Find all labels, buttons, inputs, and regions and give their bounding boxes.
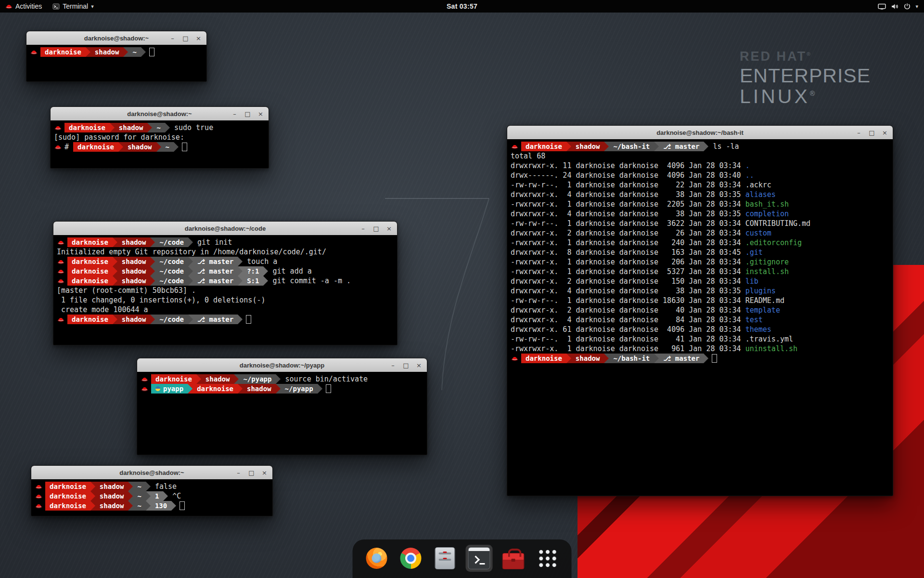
minimize-button[interactable]: – [389, 362, 397, 369]
prompt-segment: ~/code [155, 257, 188, 266]
close-button[interactable]: × [261, 469, 268, 476]
terminal-line: pyappdarknoiseshadow~/pyapp [141, 384, 424, 394]
terminal-text: drwxrwxr-x. 4 darknoise darknoise 38 Jan… [511, 210, 745, 218]
prompt-segment: darknoise [192, 384, 238, 394]
prompt-segment: ⎇ master [659, 354, 704, 363]
terminal-line: darknoiseshadow~1 ^C [35, 491, 269, 501]
powerline-arrow [163, 491, 168, 501]
powerline-arrow [150, 237, 155, 247]
clock[interactable]: Sat 03:57 [447, 2, 477, 10]
powerline-arrow [654, 354, 659, 363]
prompt-segment: shadow [123, 142, 156, 152]
prompt-segment: darknoise [67, 266, 113, 276]
dock-files[interactable] [432, 545, 459, 572]
terminal-text: sudo true [170, 123, 213, 132]
terminal-line: drwxrwxr-x. 61 darknoise darknoise 4096 … [511, 325, 889, 334]
prompt-segment: ~ [133, 482, 145, 491]
prompt-segment: darknoise [40, 47, 86, 57]
dock-firefox[interactable] [363, 545, 390, 572]
terminal-text: .ackrc [745, 181, 771, 189]
window-titlebar[interactable]: darknoise@shadow:~/bash-it – □ × [507, 126, 893, 140]
close-button[interactable]: × [195, 35, 202, 42]
brand-linux-text: LINUX [740, 85, 810, 107]
powerline-arrow [188, 266, 193, 276]
terminal-text: -rwxrwxr-x. 1 darknoise darknoise 961 Ja… [511, 344, 745, 353]
powerline-arrow [171, 501, 176, 511]
terminal-text: git commit -a -m . [268, 276, 351, 285]
terminal-line: -rwxrwxr-x. 1 darknoise darknoise 5327 J… [511, 267, 889, 276]
window-controls: – □ × [359, 222, 393, 235]
minimize-button[interactable]: – [359, 225, 367, 232]
system-menu[interactable]: ▾ [872, 0, 924, 13]
close-button[interactable]: × [257, 110, 264, 118]
prompt-segment: pyapp [151, 384, 188, 394]
prompt-segment: ~/pyapp [281, 384, 318, 394]
redhat-prompt-icon [57, 259, 64, 264]
window-controls: – □ × [855, 126, 888, 139]
terminal-text: uninstall.sh [745, 344, 797, 353]
terminal-text: -rw-rw-r--. 1 darknoise darknoise 3622 J… [511, 219, 745, 228]
minimize-button[interactable]: – [855, 129, 862, 136]
terminal-text: source bin/activate [281, 375, 368, 383]
terminal-cursor [182, 143, 187, 151]
maximize-button[interactable]: □ [868, 129, 875, 136]
close-button[interactable]: × [415, 362, 423, 369]
terminal-line: # darknoiseshadow~ [54, 142, 265, 152]
activities-button[interactable]: Activities [0, 0, 47, 13]
window-title: darknoise@shadow:~ [84, 35, 149, 42]
app-menu-terminal[interactable]: Terminal ▾ [47, 0, 99, 13]
prompt-segment: ~ [133, 491, 145, 501]
powerline-arrow [90, 491, 95, 501]
app-menu-label: Terminal [63, 2, 88, 10]
window-titlebar[interactable]: darknoise@shadow:~ – □ × [26, 31, 206, 45]
terminal-text: git init [193, 238, 232, 247]
window-controls: – □ × [169, 31, 202, 45]
terminal-text: .gitignore [745, 258, 789, 266]
window-title: darknoise@shadow:~/pyapp [240, 362, 324, 369]
prompt-segment: ⎇ master [659, 142, 704, 151]
close-button[interactable]: × [385, 225, 393, 232]
window-titlebar[interactable]: darknoise@shadow:~ – □ × [31, 466, 272, 480]
app-grid-icon [538, 549, 557, 568]
powerline-arrow [110, 123, 115, 132]
maximize-button[interactable]: □ [182, 35, 189, 42]
terminal-content[interactable]: darknoiseshadow~/bash-it⎇ master ls -lat… [507, 139, 893, 496]
python-icon [155, 386, 160, 391]
prompt-segment: ⎇ master [193, 315, 238, 324]
terminal-text: -rw-rw-r--. 1 darknoise darknoise 41 Jan… [511, 335, 745, 343]
redhat-prompt-icon [30, 50, 38, 55]
terminal-content[interactable]: darknoiseshadow~ sudo true[sudo] passwor… [51, 120, 269, 168]
terminal-content[interactable]: darknoiseshadow~/pyapp source bin/activa… [137, 372, 427, 455]
window-titlebar[interactable]: darknoise@shadow:~/code – □ × [53, 222, 397, 236]
window-titlebar[interactable]: darknoise@shadow:~/pyapp – □ × [137, 358, 427, 372]
prompt-segment: ~ [152, 123, 165, 132]
dock-chrome[interactable] [398, 545, 424, 572]
powerline-arrow [188, 257, 193, 266]
terminal-content[interactable]: darknoiseshadow~ falsedarknoiseshadow~1 … [31, 479, 272, 516]
terminal-content[interactable]: darknoiseshadow~/code git initInitialize… [53, 235, 397, 345]
minimize-button[interactable]: – [231, 110, 238, 118]
minimize-button[interactable]: – [169, 35, 176, 42]
maximize-button[interactable]: □ [248, 469, 255, 476]
powerline-arrow [196, 374, 201, 384]
powerline-arrow [128, 482, 133, 491]
terminal-content[interactable]: darknoiseshadow~ [26, 45, 206, 81]
prompt-segment: darknoise [45, 482, 90, 491]
dock-app-grid[interactable] [534, 545, 561, 572]
minimize-button[interactable]: – [235, 469, 242, 476]
prompt-segment: ~ [133, 501, 145, 511]
window-controls: – □ × [389, 358, 423, 372]
close-button[interactable]: × [881, 129, 888, 136]
redhat-prompt-icon [511, 144, 518, 149]
prompt-segment: ~ [128, 47, 141, 57]
maximize-button[interactable]: □ [372, 225, 380, 232]
dock-software[interactable] [500, 545, 527, 572]
maximize-button[interactable]: □ [402, 362, 410, 369]
terminal-text: template [745, 306, 780, 315]
maximize-button[interactable]: □ [244, 110, 251, 118]
terminal-line: darknoiseshadow~/code git init [57, 237, 394, 247]
terminal-text: drwxrwxr-x. 4 darknoise darknoise 38 Jan… [511, 190, 745, 199]
window-titlebar[interactable]: darknoise@shadow:~ – □ × [51, 107, 269, 121]
brand-enterprise: ENTERPRISE [740, 66, 871, 86]
dock-terminal[interactable] [466, 545, 493, 572]
